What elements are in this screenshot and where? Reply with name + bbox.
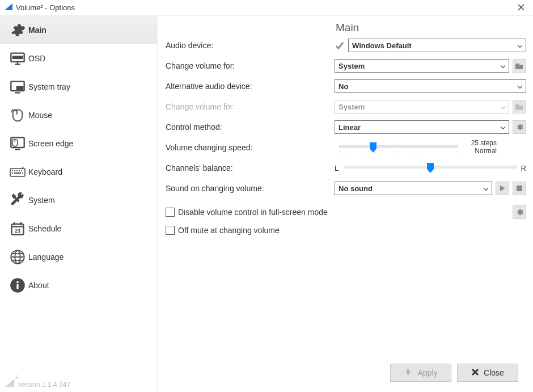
label-volume-speed: Volume changing speed:: [166, 143, 335, 152]
sidebar-item-main[interactable]: Main: [0, 16, 157, 44]
sidebar-item-language[interactable]: Language: [0, 243, 157, 271]
off-mute-label: Off mute at changing volume: [178, 226, 280, 235]
channels-balance-slider[interactable]: [344, 161, 517, 175]
sidebar-item-screen-edge[interactable]: Screen edge: [0, 129, 157, 158]
label-change-volume-for-alt: Change volume for:: [166, 102, 335, 111]
svg-point-32: [16, 281, 19, 283]
label-alt-audio-device: Alternative audio device:: [166, 82, 335, 91]
dialog-footer: Apply Close: [166, 359, 526, 386]
app-logo-icon: [5, 3, 12, 12]
keyboard-icon: [7, 166, 28, 178]
sidebar-item-label: About: [28, 281, 49, 290]
row-audio-device: Audio device: Windows Default: [166, 35, 526, 56]
check-icon: [335, 41, 345, 50]
label-control-method: Control method:: [166, 123, 335, 132]
svg-rect-33: [16, 284, 18, 289]
svg-rect-14: [14, 170, 15, 171]
chevron-down-icon: [500, 103, 506, 111]
sidebar-item-label: OSD: [28, 54, 45, 63]
svg-text:23: 23: [15, 228, 20, 234]
change-volume-for-select[interactable]: System: [335, 59, 509, 73]
tools-icon: [7, 192, 28, 208]
calendar-icon: 23: [7, 221, 28, 237]
chevron-down-icon: [500, 62, 506, 70]
sidebar-item-system-tray[interactable]: System tray: [0, 73, 157, 101]
svg-rect-6: [17, 87, 23, 90]
sound-on-change-select[interactable]: No sound: [335, 182, 492, 195]
row-control-method: Control method: Linear: [166, 117, 526, 137]
sidebar-item-schedule[interactable]: 23 Schedule: [0, 214, 157, 243]
row-off-mute: Off mute at changing volume: [166, 221, 526, 239]
change-volume-for-alt-select: System: [335, 100, 509, 113]
main-heading: Main: [166, 22, 526, 34]
off-mute-checkbox[interactable]: [166, 226, 175, 235]
slider-thumb[interactable]: [426, 162, 434, 174]
svg-rect-15: [16, 170, 18, 171]
svg-marker-35: [500, 186, 505, 191]
sidebar-item-about[interactable]: About: [0, 271, 157, 300]
sidebar-item-label: Main: [28, 26, 46, 35]
sidebar-footer: 2 version 1.1.4.347: [0, 375, 157, 392]
sidebar-item-label: Schedule: [28, 224, 61, 233]
balance-right-label: R: [521, 164, 526, 172]
svg-rect-16: [19, 170, 20, 171]
slider-thumb[interactable]: [369, 142, 377, 153]
svg-marker-0: [5, 3, 12, 10]
browse-app-button[interactable]: [513, 59, 526, 73]
tray-icon: [7, 79, 28, 95]
sidebar-list: Main OSD System tray Mouse: [0, 16, 157, 375]
row-disable-fullscreen: Disable volume control in full-screen mo…: [166, 203, 526, 221]
volume-speed-slider[interactable]: [339, 141, 458, 154]
close-button[interactable]: Close: [457, 364, 518, 382]
svg-rect-19: [14, 172, 21, 174]
monitor-icon: [7, 50, 28, 66]
svg-rect-36: [517, 186, 522, 191]
control-method-select[interactable]: Linear: [335, 120, 509, 134]
row-sound-on-change: Sound on changing volume: No sound: [166, 178, 526, 199]
sidebar-item-osd[interactable]: OSD: [0, 44, 157, 73]
gear-icon: [7, 22, 28, 38]
version-text: version 1.1.4.347: [18, 381, 70, 389]
control-method-settings-button[interactable]: [513, 120, 526, 134]
mouse-icon: [7, 107, 28, 123]
screenedge-icon: [7, 136, 28, 151]
disable-fullscreen-checkbox[interactable]: [166, 208, 175, 217]
chevron-down-icon: [517, 82, 523, 91]
chevron-down-icon: [517, 41, 523, 50]
globe-icon: [7, 249, 28, 265]
svg-rect-13: [12, 170, 13, 171]
apply-button[interactable]: Apply: [390, 364, 451, 382]
sidebar-item-keyboard[interactable]: Keyboard: [0, 158, 157, 186]
stop-sound-button[interactable]: [513, 182, 526, 195]
svg-rect-2: [13, 57, 22, 59]
row-change-volume-for: Change volume for: System: [166, 56, 526, 76]
titlebar: Volume² - Options: [0, 0, 533, 16]
sidebar-item-label: Mouse: [28, 111, 52, 120]
sidebar-item-label: System tray: [28, 82, 70, 91]
audio-device-select[interactable]: Windows Default: [348, 39, 526, 52]
sidebar-item-label: Screen edge: [28, 139, 73, 148]
balance-left-label: L: [335, 164, 340, 172]
disable-fullscreen-label: Disable volume control in full-screen mo…: [178, 208, 328, 217]
sidebar-item-label: System: [28, 196, 55, 205]
svg-rect-18: [12, 172, 13, 174]
window-close-button[interactable]: [514, 3, 528, 13]
browse-app-alt-button: [513, 100, 526, 113]
svg-marker-34: [5, 379, 14, 387]
sidebar: Main OSD System tray Mouse: [0, 16, 158, 392]
close-icon: [471, 368, 479, 378]
play-sound-button[interactable]: [496, 182, 509, 195]
row-volume-speed: Volume changing speed: 25 steps Norm: [166, 137, 526, 158]
app-logo-small-icon: 2: [5, 379, 15, 389]
alt-audio-device-select[interactable]: No: [335, 79, 526, 93]
info-icon: [7, 277, 28, 293]
svg-rect-20: [22, 172, 23, 174]
row-change-volume-for-alt: Change volume for: System: [166, 96, 526, 117]
chevron-down-icon: [500, 123, 506, 132]
body: Main OSD System tray Mouse: [0, 16, 533, 392]
sidebar-item-mouse[interactable]: Mouse: [0, 101, 157, 129]
sidebar-item-system[interactable]: System: [0, 186, 157, 214]
fullscreen-settings-button[interactable]: [513, 205, 526, 219]
apply-icon: [404, 368, 413, 378]
label-sound-on-change: Sound on changing volume:: [166, 184, 335, 193]
